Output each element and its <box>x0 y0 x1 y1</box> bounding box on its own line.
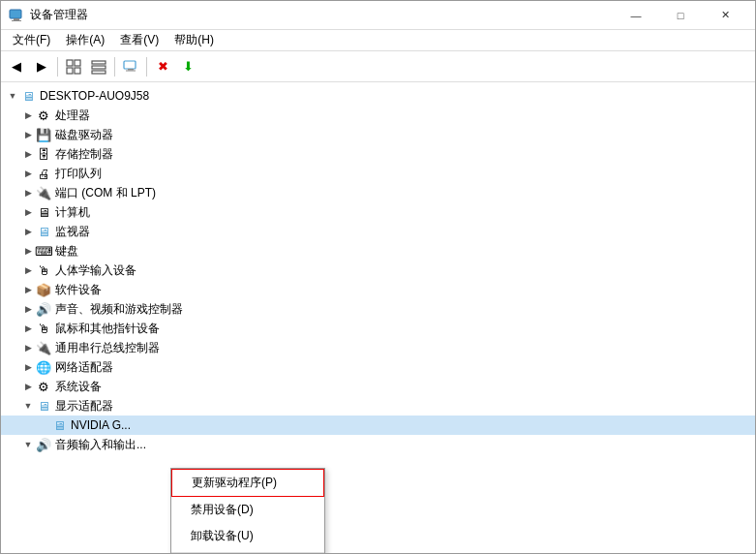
root-label: DESKTOP-AUO9J58 <box>40 89 149 103</box>
context-menu-update-driver[interactable]: 更新驱动程序(P) <box>171 469 324 497</box>
context-menu-disable-device[interactable]: 禁用设备(D) <box>171 497 324 523</box>
tree-item-software[interactable]: ▶ 📦 软件设备 <box>1 280 755 299</box>
tree-item-system[interactable]: ▶ ⚙ 系统设备 <box>1 377 755 396</box>
audio-icon: 🔊 <box>36 437 51 452</box>
svg-rect-0 <box>10 10 21 18</box>
disk-label: 磁盘驱动器 <box>55 127 113 143</box>
nvidia-label: NVIDIA G... <box>71 418 131 432</box>
network-icon: 🌐 <box>36 359 51 375</box>
print-label: 打印队列 <box>55 166 102 182</box>
main-content: ▼ 🖥 DESKTOP-AUO9J58 ▶ ⚙ 处理器 ▶ 💾 磁盘驱动器 <box>1 82 755 553</box>
tree-item-hid[interactable]: ▶ 🖱 人体学输入设备 <box>1 261 755 280</box>
storage-icon: 🗄 <box>36 146 51 162</box>
storage-label: 存储控制器 <box>55 146 113 163</box>
mouse-expand-icon: ▶ <box>20 321 36 336</box>
sound-label: 声音、视频和游戏控制器 <box>55 301 183 318</box>
tree-item-print[interactable]: ▶ 🖨 打印队列 <box>1 164 755 183</box>
svg-rect-10 <box>124 61 136 69</box>
minimize-button[interactable]: — <box>614 1 658 30</box>
titlebar-icon <box>9 8 24 23</box>
software-label: 软件设备 <box>55 282 102 298</box>
uninstall-button[interactable]: ✖ <box>151 55 174 78</box>
audio-label: 音频输入和输出... <box>55 437 146 453</box>
tree-item-cpu[interactable]: ▶ ⚙ 处理器 <box>1 106 755 125</box>
display-icon: 🖥 <box>36 398 51 414</box>
titlebar-title: 设备管理器 <box>30 7 614 23</box>
tree-item-disk[interactable]: ▶ 💾 磁盘驱动器 <box>1 125 755 144</box>
tree-item-usb[interactable]: ▶ 🔌 通用串行总线控制器 <box>1 338 755 357</box>
tree-root[interactable]: ▼ 🖥 DESKTOP-AUO9J58 <box>1 86 755 106</box>
tree-item-sound[interactable]: ▶ 🔊 声音、视频和游戏控制器 <box>1 299 755 319</box>
svg-rect-2 <box>12 20 21 21</box>
tree-item-computer[interactable]: ▶ 🖥 计算机 <box>1 202 755 222</box>
nvidia-icon: 🖥 <box>51 417 67 433</box>
forward-button[interactable]: ▶ <box>30 55 53 78</box>
disk-icon: 💾 <box>36 127 51 142</box>
toolbar-sep-3 <box>146 57 147 77</box>
device-view-button[interactable] <box>119 55 142 78</box>
hid-expand-icon: ▶ <box>20 262 36 278</box>
toolbar-sep-1 <box>57 57 58 77</box>
svg-rect-6 <box>75 68 80 74</box>
tree-view[interactable]: ▼ 🖥 DESKTOP-AUO9J58 ▶ ⚙ 处理器 ▶ 💾 磁盘驱动器 <box>1 82 755 553</box>
mouse-icon: 🖱 <box>36 321 51 336</box>
svg-rect-5 <box>67 68 73 74</box>
computer-icon: 🖥 <box>20 88 36 104</box>
tree-item-keyboard[interactable]: ▶ ⌨ 键盘 <box>1 241 755 261</box>
context-menu-uninstall-device[interactable]: 卸载设备(U) <box>171 523 324 549</box>
mouse-label: 鼠标和其他指针设备 <box>55 321 160 337</box>
storage-expand-icon: ▶ <box>20 146 36 162</box>
tree-item-audio[interactable]: ▼ 🔊 音频输入和输出... <box>1 435 755 454</box>
maximize-button[interactable]: □ <box>658 1 703 30</box>
monitor-label: 监视器 <box>55 224 90 240</box>
device-manager-window: 设备管理器 — □ ✕ 文件(F) 操作(A) 查看(V) 帮助(H) ◀ ▶ … <box>0 0 756 554</box>
computer2-icon: 🖥 <box>36 204 51 220</box>
svg-rect-1 <box>14 18 19 20</box>
svg-rect-4 <box>75 60 80 66</box>
network-label: 网络适配器 <box>55 359 113 376</box>
system-label: 系统设备 <box>55 379 102 395</box>
tree-item-mouse[interactable]: ▶ 🖱 鼠标和其他指针设备 <box>1 319 755 338</box>
context-menu-sep-1 <box>171 552 324 553</box>
close-button[interactable]: ✕ <box>703 1 747 30</box>
system-expand-icon: ▶ <box>20 379 36 394</box>
usb-expand-icon: ▶ <box>20 340 36 355</box>
tree-item-display-adapter[interactable]: ▼ 🖥 显示适配器 <box>1 396 755 416</box>
svg-rect-9 <box>92 71 106 74</box>
titlebar: 设备管理器 — □ ✕ <box>1 1 755 30</box>
update-button[interactable]: ⬇ <box>176 55 199 78</box>
cpu-expand-icon: ▶ <box>20 108 36 123</box>
tree-item-network[interactable]: ▶ 🌐 网络适配器 <box>1 357 755 377</box>
details-button[interactable] <box>87 55 110 78</box>
tree-item-nvidia[interactable]: ▶ 🖥 NVIDIA G... <box>1 416 755 435</box>
svg-rect-7 <box>92 61 106 64</box>
display-label: 显示适配器 <box>55 398 113 415</box>
print-icon: 🖨 <box>36 166 51 181</box>
menu-file[interactable]: 文件(F) <box>5 30 58 50</box>
svg-rect-8 <box>92 66 106 69</box>
print-expand-icon: ▶ <box>20 166 36 181</box>
port-label: 端口 (COM 和 LPT) <box>55 185 156 201</box>
monitor-expand-icon: ▶ <box>20 224 36 239</box>
cpu-icon: ⚙ <box>36 108 51 123</box>
menu-action[interactable]: 操作(A) <box>58 30 112 50</box>
port-icon: 🔌 <box>36 185 51 200</box>
menu-view[interactable]: 查看(V) <box>112 30 166 50</box>
overview-button[interactable] <box>62 55 85 78</box>
hid-icon: 🖱 <box>36 262 51 278</box>
tree-item-port[interactable]: ▶ 🔌 端口 (COM 和 LPT) <box>1 183 755 202</box>
tree-item-monitor[interactable]: ▶ 🖥 监视器 <box>1 222 755 241</box>
computer-expand-icon: ▶ <box>20 204 36 220</box>
menu-help[interactable]: 帮助(H) <box>166 30 222 50</box>
system-icon: ⚙ <box>36 379 51 394</box>
titlebar-controls: — □ ✕ <box>614 1 747 30</box>
keyboard-icon: ⌨ <box>36 243 51 259</box>
svg-rect-12 <box>126 70 136 71</box>
context-menu: 更新驱动程序(P) 禁用设备(D) 卸载设备(U) 扫描检测硬件改动(A) 属性… <box>170 468 325 553</box>
tree-item-storage[interactable]: ▶ 🗄 存储控制器 <box>1 144 755 164</box>
back-button[interactable]: ◀ <box>5 55 28 78</box>
cpu-label: 处理器 <box>55 108 90 124</box>
sound-icon: 🔊 <box>36 301 51 317</box>
port-expand-icon: ▶ <box>20 185 36 200</box>
audio-expand-icon: ▼ <box>20 437 36 452</box>
